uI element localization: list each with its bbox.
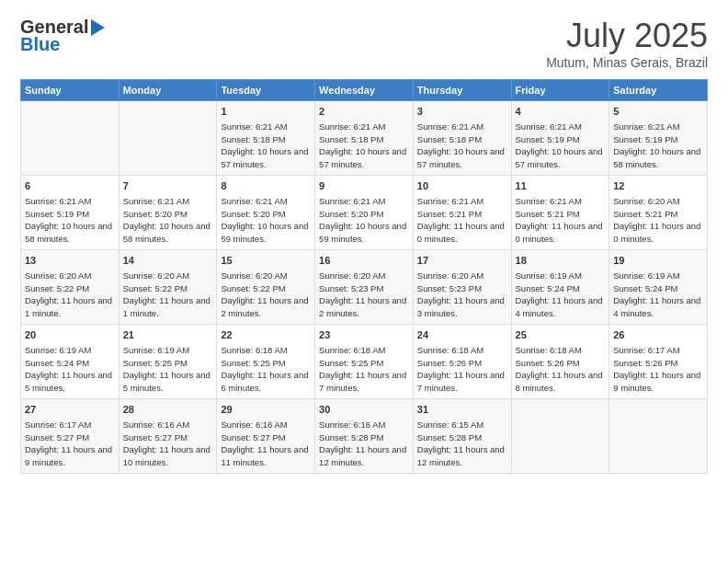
logo-blue: Blue xyxy=(20,34,60,55)
calendar-header-row: SundayMondayTuesdayWednesdayThursdayFrid… xyxy=(21,80,708,101)
day-number: 29 xyxy=(221,403,311,418)
month-year: July 2025 xyxy=(546,17,708,55)
calendar-cell xyxy=(511,399,609,474)
day-info: Sunrise: 6:20 AM Sunset: 5:22 PM Dayligh… xyxy=(25,270,112,318)
day-info: Sunrise: 6:17 AM Sunset: 5:26 PM Dayligh… xyxy=(613,345,700,393)
day-info: Sunrise: 6:20 AM Sunset: 5:22 PM Dayligh… xyxy=(123,270,210,318)
day-number: 20 xyxy=(25,328,115,343)
day-number: 18 xyxy=(516,254,606,269)
calendar-cell: 20Sunrise: 6:19 AM Sunset: 5:24 PM Dayli… xyxy=(21,325,119,399)
calendar-cell: 7Sunrise: 6:21 AM Sunset: 5:20 PM Daylig… xyxy=(119,176,217,250)
logo: General Blue xyxy=(20,17,105,55)
day-info: Sunrise: 6:21 AM Sunset: 5:18 PM Dayligh… xyxy=(221,121,308,169)
calendar-cell: 14Sunrise: 6:20 AM Sunset: 5:22 PM Dayli… xyxy=(119,250,217,325)
day-info: Sunrise: 6:21 AM Sunset: 5:19 PM Dayligh… xyxy=(25,196,112,244)
calendar-cell: 15Sunrise: 6:20 AM Sunset: 5:22 PM Dayli… xyxy=(217,250,315,325)
day-number: 31 xyxy=(417,403,507,418)
day-info: Sunrise: 6:16 AM Sunset: 5:27 PM Dayligh… xyxy=(123,419,210,467)
header-day-wednesday: Wednesday xyxy=(315,80,414,101)
day-number: 27 xyxy=(25,403,115,418)
calendar-cell: 12Sunrise: 6:20 AM Sunset: 5:21 PM Dayli… xyxy=(609,176,708,250)
calendar-week-row: 13Sunrise: 6:20 AM Sunset: 5:22 PM Dayli… xyxy=(21,250,708,325)
day-number: 17 xyxy=(417,254,507,269)
header-day-thursday: Thursday xyxy=(413,80,511,101)
day-number: 24 xyxy=(417,328,507,343)
day-info: Sunrise: 6:20 AM Sunset: 5:21 PM Dayligh… xyxy=(613,196,700,244)
calendar-cell: 26Sunrise: 6:17 AM Sunset: 5:26 PM Dayli… xyxy=(609,325,708,399)
calendar-cell: 13Sunrise: 6:20 AM Sunset: 5:22 PM Dayli… xyxy=(21,250,119,325)
day-number: 1 xyxy=(221,105,311,120)
day-number: 4 xyxy=(516,105,606,120)
day-number: 25 xyxy=(516,328,606,343)
day-info: Sunrise: 6:21 AM Sunset: 5:18 PM Dayligh… xyxy=(417,121,505,169)
calendar-cell: 28Sunrise: 6:16 AM Sunset: 5:27 PM Dayli… xyxy=(119,399,217,474)
day-info: Sunrise: 6:18 AM Sunset: 5:25 PM Dayligh… xyxy=(221,345,308,393)
day-info: Sunrise: 6:21 AM Sunset: 5:19 PM Dayligh… xyxy=(613,121,700,169)
day-info: Sunrise: 6:18 AM Sunset: 5:26 PM Dayligh… xyxy=(417,345,505,393)
day-number: 10 xyxy=(417,179,507,194)
calendar-cell: 3Sunrise: 6:21 AM Sunset: 5:18 PM Daylig… xyxy=(413,101,511,176)
day-info: Sunrise: 6:21 AM Sunset: 5:21 PM Dayligh… xyxy=(417,196,505,244)
day-info: Sunrise: 6:16 AM Sunset: 5:28 PM Dayligh… xyxy=(319,419,406,467)
calendar-cell: 27Sunrise: 6:17 AM Sunset: 5:27 PM Dayli… xyxy=(21,399,119,474)
day-info: Sunrise: 6:21 AM Sunset: 5:20 PM Dayligh… xyxy=(123,196,210,244)
calendar-cell: 11Sunrise: 6:21 AM Sunset: 5:21 PM Dayli… xyxy=(511,176,609,250)
calendar-cell: 24Sunrise: 6:18 AM Sunset: 5:26 PM Dayli… xyxy=(413,325,511,399)
logo-arrow-icon xyxy=(91,19,105,36)
day-info: Sunrise: 6:21 AM Sunset: 5:21 PM Dayligh… xyxy=(516,196,603,244)
day-number: 9 xyxy=(319,179,409,194)
day-info: Sunrise: 6:20 AM Sunset: 5:23 PM Dayligh… xyxy=(417,270,505,318)
day-info: Sunrise: 6:20 AM Sunset: 5:23 PM Dayligh… xyxy=(319,270,406,318)
day-info: Sunrise: 6:15 AM Sunset: 5:28 PM Dayligh… xyxy=(417,419,505,467)
day-number: 15 xyxy=(221,254,311,269)
day-info: Sunrise: 6:19 AM Sunset: 5:24 PM Dayligh… xyxy=(613,270,700,318)
day-info: Sunrise: 6:18 AM Sunset: 5:26 PM Dayligh… xyxy=(516,345,603,393)
calendar-cell: 5Sunrise: 6:21 AM Sunset: 5:19 PM Daylig… xyxy=(609,101,708,176)
day-info: Sunrise: 6:19 AM Sunset: 5:24 PM Dayligh… xyxy=(25,345,112,393)
day-number: 8 xyxy=(221,179,311,194)
day-number: 14 xyxy=(123,254,213,269)
title-block: July 2025 Mutum, Minas Gerais, Brazil xyxy=(546,17,708,70)
header-day-saturday: Saturday xyxy=(609,80,708,101)
calendar-cell: 8Sunrise: 6:21 AM Sunset: 5:20 PM Daylig… xyxy=(217,176,315,250)
day-number: 23 xyxy=(319,328,409,343)
day-number: 28 xyxy=(123,403,213,418)
day-info: Sunrise: 6:19 AM Sunset: 5:25 PM Dayligh… xyxy=(123,345,210,393)
calendar-cell: 1Sunrise: 6:21 AM Sunset: 5:18 PM Daylig… xyxy=(217,101,315,176)
calendar-cell: 17Sunrise: 6:20 AM Sunset: 5:23 PM Dayli… xyxy=(413,250,511,325)
calendar-cell: 23Sunrise: 6:18 AM Sunset: 5:25 PM Dayli… xyxy=(315,325,414,399)
day-number: 7 xyxy=(123,179,213,194)
day-number: 22 xyxy=(221,328,311,343)
day-number: 12 xyxy=(613,179,703,194)
calendar-cell: 21Sunrise: 6:19 AM Sunset: 5:25 PM Dayli… xyxy=(119,325,217,399)
calendar-week-row: 6Sunrise: 6:21 AM Sunset: 5:19 PM Daylig… xyxy=(21,176,708,250)
header-day-monday: Monday xyxy=(119,80,217,101)
day-info: Sunrise: 6:21 AM Sunset: 5:19 PM Dayligh… xyxy=(516,121,603,169)
calendar-cell: 9Sunrise: 6:21 AM Sunset: 5:20 PM Daylig… xyxy=(315,176,414,250)
calendar-cell xyxy=(119,101,217,176)
day-number: 13 xyxy=(25,254,115,269)
header-day-friday: Friday xyxy=(511,80,609,101)
calendar-week-row: 1Sunrise: 6:21 AM Sunset: 5:18 PM Daylig… xyxy=(21,101,708,176)
day-info: Sunrise: 6:21 AM Sunset: 5:20 PM Dayligh… xyxy=(221,196,308,244)
day-number: 26 xyxy=(613,328,703,343)
calendar-cell: 10Sunrise: 6:21 AM Sunset: 5:21 PM Dayli… xyxy=(413,176,511,250)
calendar-week-row: 20Sunrise: 6:19 AM Sunset: 5:24 PM Dayli… xyxy=(21,325,708,399)
day-info: Sunrise: 6:19 AM Sunset: 5:24 PM Dayligh… xyxy=(516,270,603,318)
calendar-cell: 31Sunrise: 6:15 AM Sunset: 5:28 PM Dayli… xyxy=(413,399,511,474)
calendar-cell xyxy=(21,101,119,176)
calendar-cell: 2Sunrise: 6:21 AM Sunset: 5:18 PM Daylig… xyxy=(315,101,414,176)
day-number: 2 xyxy=(319,105,409,120)
day-number: 11 xyxy=(516,179,606,194)
calendar-cell: 19Sunrise: 6:19 AM Sunset: 5:24 PM Dayli… xyxy=(609,250,708,325)
day-number: 19 xyxy=(613,254,703,269)
header: General Blue July 2025 Mutum, Minas Gera… xyxy=(20,17,708,70)
calendar-cell: 18Sunrise: 6:19 AM Sunset: 5:24 PM Dayli… xyxy=(511,250,609,325)
day-info: Sunrise: 6:16 AM Sunset: 5:27 PM Dayligh… xyxy=(221,419,308,467)
calendar-cell: 6Sunrise: 6:21 AM Sunset: 5:19 PM Daylig… xyxy=(21,176,119,250)
day-info: Sunrise: 6:21 AM Sunset: 5:20 PM Dayligh… xyxy=(319,196,406,244)
calendar-cell: 16Sunrise: 6:20 AM Sunset: 5:23 PM Dayli… xyxy=(315,250,414,325)
day-number: 30 xyxy=(319,403,409,418)
calendar-cell: 29Sunrise: 6:16 AM Sunset: 5:27 PM Dayli… xyxy=(217,399,315,474)
calendar-cell: 4Sunrise: 6:21 AM Sunset: 5:19 PM Daylig… xyxy=(511,101,609,176)
